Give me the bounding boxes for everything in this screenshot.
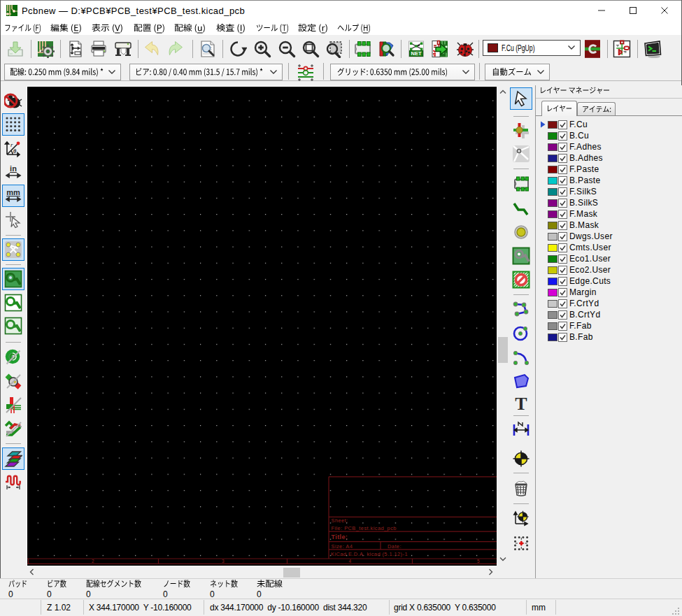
svg-text:mm: mm — [6, 188, 20, 196]
svg-text:in: in — [10, 164, 17, 173]
svg-text:KiCad E.D.A. kicad (5.1.12)-1: KiCad E.D.A. kicad (5.1.12)-1 — [331, 551, 408, 557]
svg-text:Date:: Date: — [388, 543, 402, 549]
svg-text:5: 5 — [477, 558, 480, 563]
svg-text:Sheet:: Sheet: — [332, 517, 348, 524]
svg-text:2: 2 — [92, 558, 94, 563]
svg-text:File: PCB_test.kicad_pcb: File: PCB_test.kicad_pcb — [332, 524, 397, 531]
svg-text:NET: NET — [411, 50, 422, 57]
svg-text:4: 4 — [349, 558, 352, 563]
svg-text:Size: A4: Size: A4 — [332, 543, 353, 549]
svg-text:T: T — [515, 394, 527, 413]
svg-text:Title:: Title: — [332, 533, 348, 540]
svg-text:θ: θ — [13, 148, 17, 155]
svg-text:3: 3 — [222, 558, 225, 563]
svg-text:r: r — [10, 141, 13, 148]
